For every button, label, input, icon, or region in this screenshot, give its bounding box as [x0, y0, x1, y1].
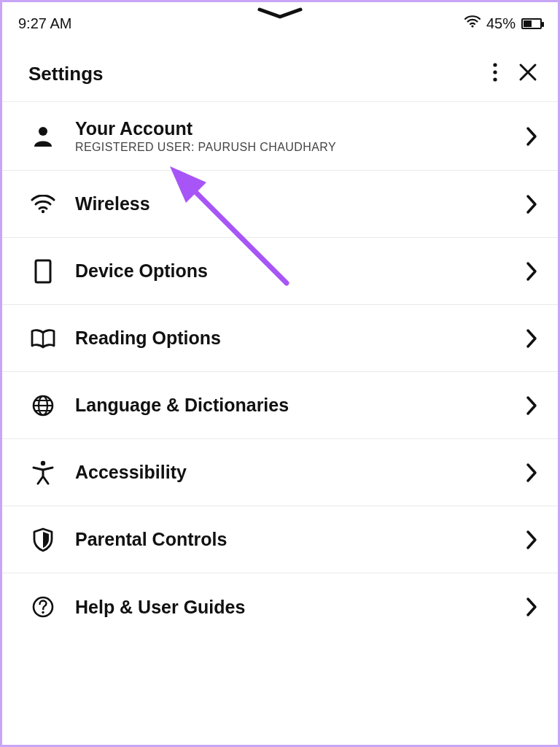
svg-point-1 — [493, 63, 497, 66]
row-your-account[interactable]: Your Account REGISTERED USER: PAURUSH CH… — [2, 102, 558, 171]
status-right: 45% — [464, 15, 542, 32]
svg-point-0 — [471, 25, 473, 27]
row-help-user-guides[interactable]: Help & User Guides — [2, 573, 558, 640]
wifi-icon — [464, 15, 481, 32]
svg-point-11 — [41, 460, 45, 465]
chevron-right-icon — [517, 194, 537, 214]
person-icon — [28, 125, 58, 148]
chevron-right-icon — [517, 462, 537, 483]
row-language-dictionaries[interactable]: Language & Dictionaries — [2, 372, 558, 439]
chevron-right-icon — [517, 328, 537, 349]
row-title: Wireless — [75, 193, 499, 214]
battery-icon — [521, 18, 542, 29]
row-title: Parental Controls — [75, 529, 499, 550]
row-device-options[interactable]: Device Options — [2, 238, 558, 305]
settings-list: Your Account REGISTERED USER: PAURUSH CH… — [2, 102, 558, 640]
chevron-right-icon — [517, 530, 537, 550]
globe-icon — [28, 394, 58, 417]
row-title: Language & Dictionaries — [75, 395, 499, 416]
tablet-icon — [28, 259, 58, 284]
help-icon — [28, 595, 58, 619]
row-reading-options[interactable]: Reading Options — [2, 305, 558, 372]
svg-point-5 — [42, 209, 44, 212]
svg-rect-6 — [36, 260, 50, 282]
close-button[interactable] — [518, 63, 537, 85]
row-title: Accessibility — [75, 462, 499, 483]
chevron-right-icon — [517, 597, 537, 617]
chevron-right-icon — [517, 126, 537, 147]
svg-point-13 — [42, 611, 44, 614]
row-title: Device Options — [75, 260, 499, 282]
more-menu-button[interactable] — [492, 62, 498, 85]
pull-down-handle-icon[interactable] — [257, 7, 303, 23]
row-parental-controls[interactable]: Parental Controls — [2, 506, 558, 573]
wifi-icon — [28, 195, 58, 214]
svg-point-4 — [39, 127, 47, 136]
accessibility-icon — [28, 460, 58, 485]
status-time: 9:27 AM — [18, 15, 71, 32]
battery-percent: 45% — [486, 15, 516, 32]
chevron-right-icon — [517, 395, 537, 416]
row-wireless[interactable]: Wireless — [2, 171, 558, 238]
row-title: Help & User Guides — [75, 597, 499, 618]
row-accessibility[interactable]: Accessibility — [2, 439, 558, 506]
app-frame: 9:27 AM 45% Settings Y — [0, 0, 560, 747]
book-open-icon — [28, 328, 58, 349]
shield-icon — [28, 527, 58, 552]
svg-point-2 — [493, 70, 497, 74]
chevron-right-icon — [517, 261, 537, 282]
row-title: Your Account — [75, 118, 499, 139]
row-title: Reading Options — [75, 328, 499, 349]
settings-header: Settings — [2, 37, 558, 98]
svg-point-3 — [493, 77, 497, 81]
page-title: Settings — [28, 63, 104, 85]
row-subtitle: REGISTERED USER: PAURUSH CHAUDHARY — [75, 141, 499, 154]
